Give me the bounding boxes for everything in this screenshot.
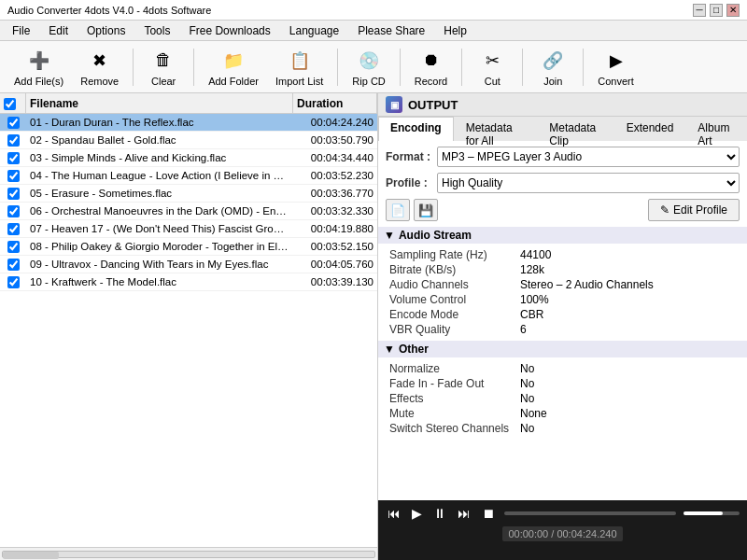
file-duration-5: 00:03:32.330 (293, 205, 377, 217)
toolbar-btn-rip-cd[interactable]: 💿Rip CD (345, 45, 391, 90)
menu-item-help[interactable]: Help (435, 21, 475, 40)
file-row[interactable]: 02 - Spandau Ballet - Gold.flac 00:03:50… (0, 132, 377, 149)
menu-item-please-share[interactable]: Please Share (349, 21, 433, 40)
tab-album-art[interactable]: Album Art (685, 117, 747, 141)
toolbar-btn-import-list[interactable]: 📋Import List (269, 45, 330, 90)
skip-forward-button[interactable]: ⏭ (456, 504, 472, 523)
save-profile-button[interactable]: 💾 (414, 199, 438, 221)
player-volume-bar[interactable] (684, 511, 740, 515)
file-checkbox-6[interactable] (7, 223, 20, 235)
file-checkbox-0[interactable] (7, 117, 20, 129)
prop-value: CBR (516, 307, 740, 322)
toolbar-btn-remove[interactable]: ✖Remove (74, 45, 125, 90)
maximize-button[interactable]: □ (710, 4, 723, 17)
prop-key: Audio Channels (386, 277, 516, 292)
file-row[interactable]: 09 - Ultravox - Dancing With Tears in My… (0, 256, 377, 273)
file-checkbox-cell (0, 134, 26, 147)
menu-item-file[interactable]: File (4, 21, 38, 40)
toolbar-btn-record[interactable]: ⏺Record (408, 45, 454, 90)
tab-metadata-for-all[interactable]: Metadata for All (454, 117, 538, 141)
other-property-row: NormalizeNo (386, 361, 740, 376)
record-icon: ⏺ (418, 48, 444, 74)
file-duration-8: 00:04:05.760 (293, 259, 377, 270)
file-checkbox-2[interactable] (7, 152, 20, 164)
file-row[interactable]: 08 - Philip Oakey & Giorgio Moroder - To… (0, 238, 377, 256)
format-select[interactable]: MP3 – MPEG Layer 3 Audio (437, 147, 740, 167)
file-checkbox-8[interactable] (7, 259, 20, 271)
file-row[interactable]: 07 - Heaven 17 - (We Don't Need This) Fa… (0, 220, 377, 238)
file-checkbox-3[interactable] (7, 170, 20, 182)
other-property-row: Fade In - Fade OutNo (386, 376, 740, 391)
tab-extended[interactable]: Extended (614, 117, 686, 141)
toolbar-btn-join[interactable]: 🔗Join (530, 45, 575, 90)
player-controls: ⏮ ▶ ⏸ ⏭ ⏹ (386, 504, 740, 523)
audio-property-row: VBR Quality6 (386, 322, 740, 337)
edit-profile-button[interactable]: ✎ Edit Profile (648, 199, 740, 221)
toolbar-btn-clear[interactable]: 🗑Clear (141, 45, 186, 90)
file-row[interactable]: 06 - Orchestral Manoeuvres in the Dark (… (0, 203, 377, 220)
toolbar-btn-add-files[interactable]: ➕Add File(s) (7, 45, 70, 90)
menu-item-options[interactable]: Options (78, 21, 134, 40)
audio-stream-section-header[interactable]: ▼ Audio Stream (378, 227, 747, 244)
menu-item-free-downloads[interactable]: Free Downloads (180, 21, 278, 40)
file-checkbox-cell (0, 188, 26, 200)
file-checkbox-cell (0, 259, 26, 271)
pause-button[interactable]: ⏸ (431, 504, 448, 523)
file-checkbox-4[interactable] (7, 188, 20, 200)
audio-property-row: Audio ChannelsStereo – 2 Audio Channels (386, 277, 740, 292)
file-row[interactable]: 04 - The Human League - Love Action (I B… (0, 167, 377, 185)
encoding-content: Format : MP3 – MPEG Layer 3 Audio Profil… (378, 141, 747, 500)
player-progress-bar[interactable] (504, 511, 676, 515)
close-button[interactable]: ✕ (726, 4, 740, 17)
file-checkbox-cell (0, 170, 26, 182)
menu-item-tools[interactable]: Tools (135, 21, 178, 40)
other-section-header[interactable]: ▼ Other (378, 341, 747, 357)
remove-label: Remove (80, 76, 119, 87)
output-title: OUTPUT (408, 98, 458, 112)
file-checkbox-1[interactable] (7, 134, 20, 147)
toolbar-btn-convert[interactable]: ▶Convert (591, 45, 641, 90)
menu-item-edit[interactable]: Edit (40, 21, 77, 40)
new-profile-button[interactable]: 📄 (386, 199, 410, 221)
file-row[interactable]: 01 - Duran Duran - The Reflex.flac 00:04… (0, 114, 377, 132)
file-checkbox-9[interactable] (7, 276, 20, 288)
stop-button[interactable]: ⏹ (480, 504, 497, 523)
select-all-checkbox[interactable] (4, 98, 16, 110)
format-value: MP3 – MPEG Layer 3 Audio (437, 147, 740, 167)
prop-value: Stereo – 2 Audio Channels (516, 277, 740, 292)
player-time: 00:00:00 / 00:04:24.240 (502, 526, 622, 541)
prop-value: No (516, 391, 740, 406)
cut-icon: ✂ (479, 48, 505, 74)
title-bar: Audio Converter 4dots V4.0 - 4dots Softw… (0, 0, 747, 21)
menu-item-language[interactable]: Language (281, 21, 347, 40)
import-list-label: Import List (275, 76, 323, 87)
record-label: Record (415, 76, 447, 87)
toolbar-sep-3 (193, 49, 194, 86)
file-checkbox-5[interactable] (7, 205, 20, 217)
file-row[interactable]: 03 - Simple Minds - Alive and Kicking.fl… (0, 149, 377, 167)
file-name-8: 09 - Ultravox - Dancing With Tears in My… (26, 259, 293, 270)
add-files-icon: ➕ (26, 48, 52, 74)
file-row[interactable]: 05 - Erasure - Sometimes.flac 00:03:36.7… (0, 185, 377, 203)
file-row[interactable]: 10 - Kraftwerk - The Model.flac 00:03:39… (0, 273, 377, 291)
file-checkbox-7[interactable] (7, 241, 20, 253)
file-duration-4: 00:03:36.770 (293, 188, 377, 199)
profile-label: Profile : (386, 176, 437, 189)
add-files-label: Add File(s) (14, 76, 63, 87)
join-icon: 🔗 (540, 48, 566, 74)
main-content: Filename Duration 01 - Duran Duran - The… (0, 93, 747, 560)
skip-back-button[interactable]: ⏮ (386, 504, 402, 523)
file-duration-7: 00:03:52.150 (293, 241, 377, 252)
tab-encoding[interactable]: Encoding (378, 117, 454, 141)
toolbar-btn-add-folder[interactable]: 📁Add Folder (202, 45, 265, 90)
toolbar-sep-7 (461, 49, 462, 86)
file-checkbox-cell (0, 152, 26, 164)
tab-metadata-clip[interactable]: Metadata Clip (537, 117, 613, 141)
file-name-5: 06 - Orchestral Manoeuvres in the Dark (… (26, 205, 293, 217)
minimize-button[interactable]: ─ (693, 4, 706, 17)
convert-label: Convert (598, 76, 634, 87)
horizontal-scrollbar[interactable] (0, 547, 377, 560)
toolbar-btn-cut[interactable]: ✂Cut (470, 45, 514, 90)
play-button[interactable]: ▶ (410, 504, 424, 523)
profile-select[interactable]: High Quality (437, 173, 740, 193)
